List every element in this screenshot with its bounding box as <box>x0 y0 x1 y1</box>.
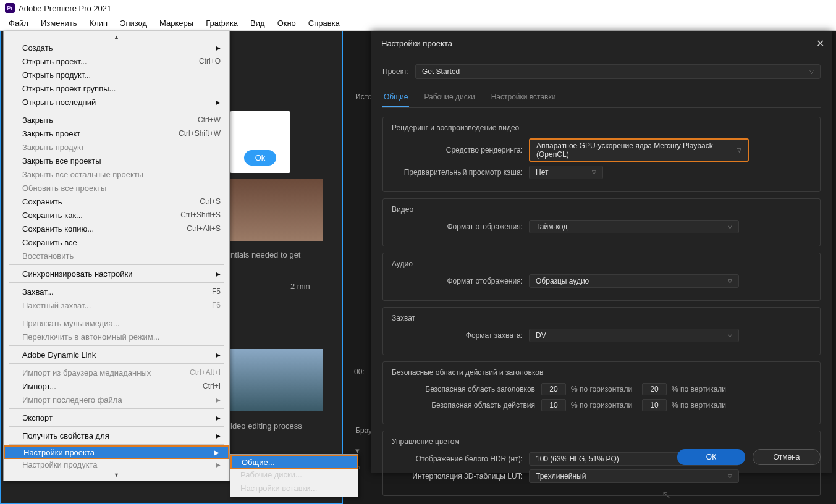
file-menu-item: Переключить в автономный режим... <box>4 330 229 343</box>
file-menu-dropdown[interactable]: ▲ Создать▶Открыть проект...Ctrl+OОткрыть… <box>3 31 230 481</box>
group-capture: Захват Формат захвата: DV ▽ <box>382 307 821 355</box>
pct-h-label: % по горизонтали <box>571 385 632 393</box>
file-menu-item[interactable]: Закрыть все проекты <box>4 154 229 167</box>
safe-title-h-input[interactable] <box>541 383 566 395</box>
audio-format-dropdown[interactable]: Образцы аудио ▽ <box>529 274 739 288</box>
file-menu-item[interactable]: Закрыть проектCtrl+Shift+W <box>4 127 229 140</box>
chevron-down-icon: ▽ <box>728 473 732 479</box>
close-icon[interactable]: ✕ <box>816 38 824 49</box>
menu-scroll-up-icon[interactable]: ▲ <box>4 33 229 41</box>
safe-action-label: Безопасная область действия <box>392 401 541 410</box>
renderer-label: Средство рендеринга: <box>392 146 529 154</box>
group-render-title: Рендеринг и воспроизведение видео <box>392 124 811 132</box>
group-safe-areas: Безопасные области действий и заголовков… <box>382 361 821 424</box>
file-menu-item[interactable]: СохранитьCtrl+S <box>4 195 229 208</box>
group-capture-title: Захват <box>392 314 811 322</box>
group-color-title: Управление цветом <box>392 437 811 446</box>
lut-dropdown[interactable]: Трехлинейный ▽ <box>529 469 739 483</box>
settings-tabs: Общие Рабочие диски Настройки вставки <box>382 89 821 108</box>
file-menu-item[interactable]: Синхронизировать настройки▶ <box>4 267 229 280</box>
menu-help[interactable]: Справка <box>302 17 346 30</box>
audio-format-value: Образцы аудио <box>536 277 589 285</box>
file-menu-item[interactable]: Открыть проект...Ctrl+O <box>4 54 229 68</box>
file-menu-item[interactable]: Настройки проекта▶ <box>4 445 229 459</box>
pct-h-label-2: % по горизонтали <box>571 401 632 410</box>
file-menu-item[interactable]: Создать▶ <box>4 41 229 54</box>
menu-markers[interactable]: Маркеры <box>153 17 200 30</box>
menu-scroll-down-icon[interactable]: ▼ <box>4 471 229 479</box>
tutorial-thumb-2[interactable] <box>230 349 323 411</box>
file-menu-item[interactable]: Adobe Dynamic Link▶ <box>4 348 229 361</box>
hdr-label: Отображение белого HDR (нт): <box>392 455 529 463</box>
project-value: Get Started <box>422 67 460 76</box>
menu-view[interactable]: Вид <box>244 17 271 30</box>
tab-ingest[interactable]: Настройки вставки <box>490 89 557 107</box>
file-menu-item: Привязать мультимедиа... <box>4 316 229 330</box>
chevron-down-icon: ▽ <box>728 332 732 338</box>
group-safe-title: Безопасные области действий и заголовков <box>392 368 811 377</box>
chevron-down-icon: ▽ <box>737 147 741 153</box>
submenu-item[interactable]: Настройки вставки... <box>230 481 358 495</box>
menu-bar[interactable]: Файл Изменить Клип Эпизод Маркеры График… <box>0 16 836 31</box>
ok-button[interactable]: Ok <box>244 150 277 166</box>
video-format-label: Формат отображения: <box>392 222 529 231</box>
file-menu-item[interactable]: Сохранить как...Ctrl+Shift+S <box>4 208 229 222</box>
file-menu-item[interactable]: Открыть проект группы... <box>4 82 229 95</box>
tab-general[interactable]: Общие <box>382 89 409 107</box>
menu-graphics[interactable]: Графика <box>200 17 244 30</box>
file-menu-item[interactable]: Получить свойства для▶ <box>4 429 229 442</box>
file-menu-item[interactable]: ЗакрытьCtrl+W <box>4 113 229 127</box>
submenu-item[interactable]: Рабочие диски... <box>230 468 358 481</box>
pct-v-label: % по вертикали <box>672 385 726 393</box>
capture-format-dropdown[interactable]: DV ▽ <box>529 329 739 342</box>
file-menu-item: Импорт последнего файла▶ <box>4 393 229 406</box>
tutorial-1-text: ntials needed to get <box>230 250 300 259</box>
app-icon: Pr <box>5 3 15 13</box>
chevron-down-icon: ▽ <box>592 169 596 175</box>
learn-card: Ok <box>230 111 290 173</box>
renderer-value: Аппаратное GPU-ускорение ядра Mercury Pl… <box>536 141 737 159</box>
group-video: Видео Формат отображения: Тайм-код ▽ <box>382 198 821 246</box>
submenu-item[interactable]: Общие... <box>230 455 358 469</box>
file-menu-item[interactable]: Экспорт▶ <box>4 411 229 424</box>
safe-title-v-input[interactable] <box>642 383 667 395</box>
project-settings-dialog: Настройки проекта ✕ Проект: Get Started … <box>371 31 832 473</box>
menu-sequence[interactable]: Эпизод <box>114 17 153 30</box>
file-menu-item: Закрыть продукт <box>4 140 229 154</box>
tutorial-1-time: 2 min <box>290 282 310 291</box>
project-dropdown[interactable]: Get Started ▽ <box>415 64 821 79</box>
source-panel-label: Исто <box>355 93 372 101</box>
file-menu-item[interactable]: Захват...F5 <box>4 285 229 298</box>
file-menu-item: Импорт из браузера медиаданныхCtrl+Alt+I <box>4 366 229 379</box>
dialog-cancel-button[interactable]: Отмена <box>753 449 821 465</box>
menu-clip[interactable]: Клип <box>83 17 114 30</box>
safe-action-h-input[interactable] <box>541 399 566 411</box>
pct-v-label-2: % по вертикали <box>672 401 726 410</box>
lut-value: Трехлинейный <box>536 472 586 481</box>
tutorial-thumb-1[interactable] <box>230 179 323 241</box>
renderer-dropdown[interactable]: Аппаратное GPU-ускорение ядра Mercury Pl… <box>529 138 749 162</box>
dialog-title: Настройки проекта <box>381 39 452 48</box>
timecode-text: 00: <box>354 368 365 376</box>
project-settings-submenu[interactable]: Общие...Рабочие диски...Настройки вставк… <box>230 454 358 497</box>
file-menu-item[interactable]: Импорт...Ctrl+I <box>4 379 229 393</box>
video-format-dropdown[interactable]: Тайм-код ▽ <box>529 220 739 233</box>
cache-dropdown[interactable]: Нет ▽ <box>529 166 603 179</box>
file-menu-item: Закрыть все остальные проекты <box>4 167 229 181</box>
file-menu-item: Обновить все проекты <box>4 181 229 195</box>
safe-title-label: Безопасная область заголовков <box>392 385 541 393</box>
browser-panel-label: Брау <box>355 426 372 435</box>
file-menu-item[interactable]: Сохранить все <box>4 235 229 249</box>
menu-file[interactable]: Файл <box>2 17 35 30</box>
file-menu-item[interactable]: Открыть продукт... <box>4 68 229 82</box>
dialog-ok-button[interactable]: ОК <box>677 449 745 465</box>
file-menu-item[interactable]: Открыть последний▶ <box>4 95 229 109</box>
safe-action-v-input[interactable] <box>642 399 667 411</box>
menu-window[interactable]: Окно <box>271 17 302 30</box>
menu-edit[interactable]: Изменить <box>35 17 83 30</box>
capture-format-label: Формат захвата: <box>392 331 529 340</box>
file-menu-item[interactable]: Сохранить копию...Ctrl+Alt+S <box>4 222 229 235</box>
file-menu-item: Пакетный захват...F6 <box>4 298 229 312</box>
tab-scratch-disks[interactable]: Рабочие диски <box>423 89 476 107</box>
group-audio: Аудио Формат отображения: Образцы аудио … <box>382 253 821 301</box>
